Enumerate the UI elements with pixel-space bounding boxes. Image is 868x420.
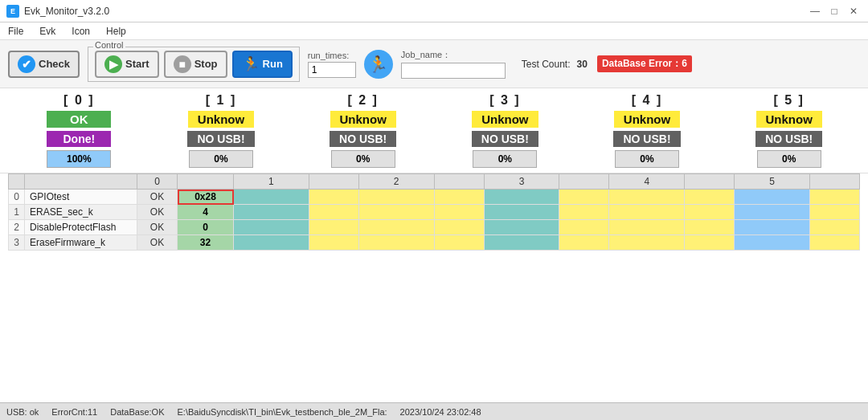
table-cell xyxy=(735,205,810,220)
close-button[interactable]: ✕ xyxy=(845,3,862,19)
col-2-ext xyxy=(434,174,484,190)
table-row: 2DisableProtectFlashOK0 xyxy=(9,220,860,235)
table-cell xyxy=(309,205,358,220)
test-count-value: 30 xyxy=(577,59,588,70)
db-value: OK xyxy=(152,407,165,417)
error-cnt-value: 11 xyxy=(88,407,97,417)
device-substatus-4: NO USB! xyxy=(613,131,680,147)
app-title: Evk_Monitor_v3.2.0 xyxy=(24,6,109,17)
device-substatus-0: Done! xyxy=(47,131,111,147)
stop-icon: ■ xyxy=(174,55,191,73)
device-index-3: [ 3 ] xyxy=(489,93,520,108)
device-index-5: [ 5 ] xyxy=(773,93,804,108)
quick-run-button[interactable]: 🏃 xyxy=(364,50,393,79)
check-icon: ✔ xyxy=(18,55,35,73)
table-cell: OK xyxy=(137,235,178,251)
col-5: 5 xyxy=(735,174,810,190)
menu-icon[interactable]: Icon xyxy=(68,24,93,39)
table-cell xyxy=(484,220,559,235)
device-substatus-2: NO USB! xyxy=(330,131,396,147)
status-error-cnt: ErrorCnt:11 xyxy=(51,407,97,417)
device-substatus-5: NO USB! xyxy=(755,131,822,147)
device-panels: [ 0 ] OK Done! 100% [ 1 ] Unknow NO USB!… xyxy=(0,88,868,173)
table-cell xyxy=(484,235,559,251)
device-index-4: [ 4 ] xyxy=(632,93,662,108)
check-button[interactable]: ✔ Check xyxy=(8,51,80,78)
col-4: 4 xyxy=(609,174,685,190)
device-panel-1: [ 1 ] Unknow NO USB! 0% xyxy=(150,93,293,168)
status-usb: USB: ok xyxy=(6,407,39,417)
table-cell: 0 xyxy=(178,220,234,235)
toolbar: ✔ Check Control ▶ Start ■ Stop 🏃 Run run… xyxy=(0,40,868,88)
db-label: DataBase: xyxy=(110,407,151,417)
run-times-label: run_times: xyxy=(308,51,356,60)
table-cell xyxy=(434,190,484,205)
table-cell: DisableProtectFlash xyxy=(25,220,137,235)
menu-file[interactable]: File xyxy=(5,24,27,39)
table-cell xyxy=(809,235,859,251)
job-name-input[interactable] xyxy=(401,63,506,79)
table-cell xyxy=(234,235,309,251)
device-panel-2: [ 2 ] Unknow NO USB! 0% xyxy=(292,93,434,168)
col-1-ext xyxy=(309,174,358,190)
table-cell xyxy=(309,190,358,205)
device-status-4: Unknow xyxy=(614,111,680,128)
table-cell xyxy=(559,190,609,205)
table-cell xyxy=(809,205,859,220)
menu-evk[interactable]: Evk xyxy=(36,24,59,39)
table-row: 1ERASE_sec_kOK4 xyxy=(9,205,860,220)
table-cell xyxy=(559,235,609,251)
run-times-input[interactable] xyxy=(308,62,356,78)
table-row: 3EraseFirmware_kOK32 xyxy=(9,235,860,251)
device-panel-3: [ 3 ] Unknow NO USB! 0% xyxy=(434,93,576,168)
col-5-ext xyxy=(809,174,859,190)
table-cell: 32 xyxy=(178,235,234,251)
table-cell: OK xyxy=(137,190,178,205)
col-1: 1 xyxy=(234,174,309,190)
table-cell xyxy=(809,220,859,235)
table-cell xyxy=(685,205,735,220)
device-progress-2: 0% xyxy=(331,150,395,168)
app-icon: E xyxy=(6,5,19,18)
job-name-group: Job_name： xyxy=(401,49,506,79)
table-cell: EraseFirmware_k xyxy=(25,235,137,251)
device-status-3: Unknow xyxy=(472,111,538,128)
table-cell xyxy=(685,190,735,205)
device-panel-4: [ 4 ] Unknow NO USB! 0% xyxy=(576,93,719,168)
title-bar: E Evk_Monitor_v3.2.0 — □ ✕ xyxy=(0,0,868,22)
col-4-ext xyxy=(685,174,735,190)
run-button[interactable]: 🏃 Run xyxy=(232,51,293,78)
device-index-2: [ 2 ] xyxy=(347,93,378,108)
control-label: Control xyxy=(93,40,125,50)
table-cell xyxy=(609,235,685,251)
table-cell xyxy=(484,205,559,220)
table-cell: OK xyxy=(137,220,178,235)
table-cell: 2 xyxy=(9,220,25,235)
col-0-result: 0 xyxy=(137,174,178,190)
device-status-0: OK xyxy=(47,111,111,128)
device-panel-0: [ 0 ] OK Done! 100% xyxy=(8,93,150,168)
table-cell: 3 xyxy=(9,235,25,251)
table-cell xyxy=(358,205,434,220)
table-cell xyxy=(559,220,609,235)
table-cell: OK xyxy=(137,205,178,220)
device-progress-4: 0% xyxy=(615,150,679,168)
table-cell xyxy=(609,205,685,220)
device-progress-3: 0% xyxy=(473,150,537,168)
maximize-button[interactable]: □ xyxy=(826,3,842,19)
table-cell: GPIOtest xyxy=(25,190,137,205)
status-bar: USB: ok ErrorCnt:11 DataBase:OK E:\Baidu… xyxy=(0,402,868,420)
start-button[interactable]: ▶ Start xyxy=(95,51,159,78)
status-path: E:\BaiduSyncdisk\TI_bin\Evk_testbench_bl… xyxy=(178,407,387,417)
table-cell xyxy=(358,220,434,235)
menu-help[interactable]: Help xyxy=(103,24,129,39)
minimize-button[interactable]: — xyxy=(807,3,823,19)
col-3-ext xyxy=(559,174,609,190)
table-cell xyxy=(735,220,810,235)
menu-bar: File Evk Icon Help xyxy=(0,22,868,40)
status-db: DataBase:OK xyxy=(110,407,164,417)
table-cell xyxy=(234,220,309,235)
table-row: 0GPIOtestOK0x28 xyxy=(9,190,860,205)
stop-button[interactable]: ■ Stop xyxy=(164,51,227,78)
table-cell xyxy=(434,220,484,235)
